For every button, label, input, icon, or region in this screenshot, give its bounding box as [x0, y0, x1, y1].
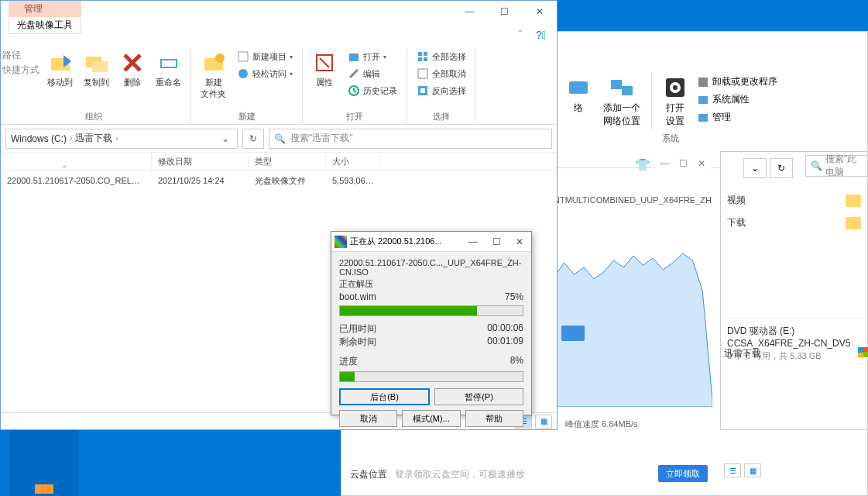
- pause-btn[interactable]: 暂停(P): [434, 388, 523, 405]
- svg-rect-2: [622, 86, 633, 95]
- titlebar: 管理 光盘映像工具 — ☐ ✕: [1, 1, 557, 26]
- folder-icon: [846, 217, 861, 229]
- col-name[interactable]: [1, 153, 152, 170]
- cloud-claim-btn[interactable]: 立即领取: [658, 465, 708, 482]
- history-btn[interactable]: 历史记录: [345, 83, 400, 98]
- chart-marker: [561, 326, 585, 341]
- ribbon: 路径 快捷方式 移动到 复制到 删除 重命名: [1, 44, 557, 125]
- svg-rect-23: [424, 57, 427, 61]
- small-window-controls: — ☐ ✕: [655, 155, 711, 172]
- edit-btn[interactable]: 编辑: [345, 66, 400, 81]
- path-dropdown[interactable]: ⌄: [743, 158, 767, 178]
- address-bar: Windows (C:) › 迅雷下载 › ⌄ ↻ 🔍 搜索"迅雷下载": [1, 125, 557, 153]
- col-date[interactable]: 修改日期: [152, 153, 249, 170]
- elapsed-time: 00:00:06: [487, 322, 523, 336]
- svg-rect-12: [161, 60, 177, 67]
- svg-rect-11: [92, 61, 108, 72]
- xunlei-download-label[interactable]: 迅雷下载: [724, 347, 761, 360]
- chevron-right-icon[interactable]: ›: [70, 134, 72, 143]
- sidebar-videos[interactable]: 视频: [727, 189, 861, 212]
- col-type[interactable]: 类型: [249, 153, 326, 170]
- svg-rect-15: [238, 52, 248, 61]
- cloud-location-row: 云盘位置 登录领取云盘空间，可极速播放: [350, 468, 525, 481]
- folder-icon: [846, 195, 861, 207]
- rename-btn[interactable]: 重命名: [153, 49, 184, 90]
- open-btn[interactable]: 打开▾: [345, 49, 400, 64]
- dvd-drive-item[interactable]: DVD 驱动器 (E:) CCSA_X64FRE_ZH-CN_DV5 0 字节 …: [721, 318, 867, 368]
- minimize-btn[interactable]: —: [452, 1, 487, 22]
- context-tab-disc-image[interactable]: 光盘映像工具: [9, 17, 81, 34]
- new-folder-btn[interactable]: 新建 文件夹: [197, 49, 229, 102]
- search-this-pc[interactable]: 🔍 搜索"此电脑: [805, 155, 868, 177]
- total-progress-bar: [339, 371, 523, 382]
- refresh-btn[interactable]: ↻: [770, 158, 793, 178]
- help-btn[interactable]: 帮助: [465, 410, 523, 427]
- search-icon: 🔍: [274, 133, 286, 144]
- properties-btn[interactable]: 属性: [309, 49, 340, 90]
- delete-btn[interactable]: 删除: [117, 49, 148, 90]
- sidebar-downloads[interactable]: 下载: [727, 212, 861, 234]
- icons-view-btn[interactable]: ▦: [744, 463, 761, 477]
- windows-logo-icon: [858, 347, 868, 357]
- details-view-btn[interactable]: ☰: [724, 463, 741, 477]
- maximize-btn[interactable]: ☐: [485, 232, 508, 251]
- network-btn[interactable]: 络: [561, 74, 595, 129]
- search-box[interactable]: 🔍 搜索"迅雷下载": [269, 129, 552, 149]
- large-icons-view-btn[interactable]: ▦: [535, 415, 552, 429]
- manage-btn[interactable]: 管理: [695, 109, 779, 126]
- ribbon-collapse-icon[interactable]: ⌃: [513, 26, 528, 44]
- background-btn[interactable]: 后台(B): [339, 388, 430, 405]
- archive-icon: [335, 236, 347, 248]
- col-size[interactable]: 大小: [326, 153, 380, 170]
- svg-rect-7: [698, 96, 708, 104]
- file-row[interactable]: 22000.51.210617-2050.CO_RELEASE_... 2021…: [1, 171, 557, 190]
- svg-rect-1: [611, 80, 622, 89]
- dialog-titlebar[interactable]: 正在从 22000.51.2106... — ☐ ✕: [331, 232, 531, 252]
- file-percent: 75%: [505, 291, 523, 302]
- search-icon: 🔍: [811, 160, 822, 171]
- context-tab-manage[interactable]: 管理: [9, 1, 81, 17]
- maximize-btn[interactable]: ☐: [674, 155, 692, 172]
- invert-selection-btn[interactable]: 反向选择: [413, 83, 469, 98]
- path-dropdown-icon[interactable]: ⌄: [218, 133, 232, 144]
- tshirt-icon[interactable]: 👕: [635, 157, 650, 172]
- mode-btn[interactable]: 模式(M)...: [402, 410, 460, 427]
- cancel-btn[interactable]: 取消: [339, 410, 397, 427]
- uninstall-programs-btn[interactable]: 卸载或更改程序: [695, 74, 779, 90]
- chevron-right-icon[interactable]: ›: [115, 134, 118, 143]
- svg-rect-0: [569, 81, 588, 94]
- svg-point-14: [215, 53, 225, 63]
- copy-to-btn[interactable]: 复制到: [81, 49, 112, 90]
- total-percent: 8%: [510, 355, 523, 368]
- status-text: 正在解压: [339, 278, 523, 290]
- svg-rect-26: [420, 88, 425, 93]
- path-box[interactable]: Windows (C:) › 迅雷下载 › ⌄: [5, 129, 238, 149]
- nav-collapse-icon[interactable]: ⌃: [61, 164, 67, 173]
- maximize-btn[interactable]: ☐: [487, 1, 522, 22]
- svg-rect-18: [349, 53, 359, 61]
- move-to-btn[interactable]: 移动到: [44, 49, 76, 90]
- refresh-btn[interactable]: ↻: [242, 129, 264, 149]
- system-properties-btn[interactable]: 系统属性: [695, 91, 779, 108]
- easy-access-btn[interactable]: 轻松访问▾: [234, 66, 296, 81]
- help-icon[interactable]: ?⃝: [530, 26, 552, 44]
- close-btn[interactable]: ✕: [692, 155, 711, 172]
- close-btn[interactable]: ✕: [508, 232, 531, 251]
- archive-name: 22000.51.210617-2050.C..._UUP_X64FRE_ZH-…: [339, 258, 523, 277]
- svg-point-5: [673, 85, 678, 90]
- select-none-btn[interactable]: 全部取消: [413, 66, 469, 81]
- peak-speed-label: 峰值速度 6.84MB/s: [565, 418, 638, 430]
- remaining-time: 00:01:09: [487, 336, 523, 349]
- svg-rect-20: [418, 52, 422, 56]
- current-file: boot.wim: [339, 291, 376, 302]
- background-filename: NTMULTICOMBINED_UUP_X64FRE_ZH: [554, 195, 712, 205]
- add-network-location-btn[interactable]: 添加一个 网络位置: [599, 74, 645, 129]
- close-btn[interactable]: ✕: [522, 1, 557, 22]
- taskbar-app-icon[interactable]: [35, 484, 53, 494]
- minimize-btn[interactable]: —: [461, 232, 485, 251]
- select-all-btn[interactable]: 全部选择: [413, 49, 469, 64]
- open-settings-btn[interactable]: 打开 设置: [658, 74, 692, 129]
- minimize-btn[interactable]: —: [655, 155, 674, 172]
- quick-access-window: 视频 下载 DVD 驱动器 (E:) CCSA_X64FRE_ZH-CN_DV5…: [720, 151, 868, 430]
- new-item-btn[interactable]: 新建项目▾: [234, 49, 296, 64]
